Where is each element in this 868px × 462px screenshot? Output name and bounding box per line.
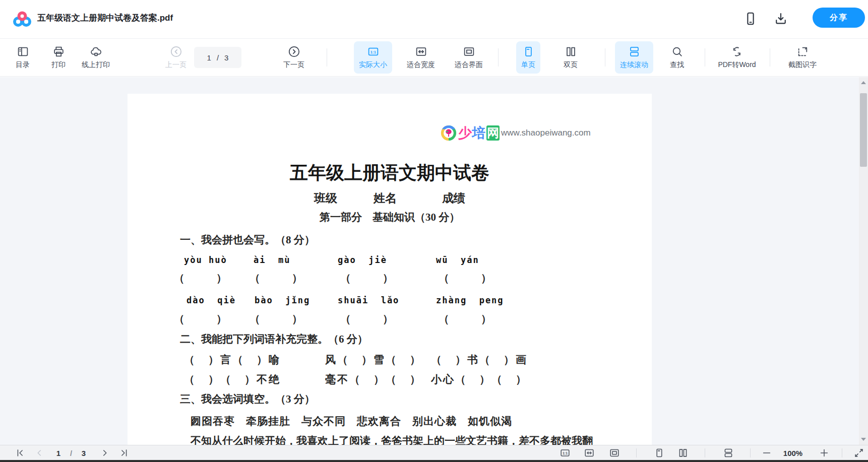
- toolbar-fit-width-button[interactable]: 适合宽度: [402, 41, 440, 74]
- answer-blank: （ ）: [340, 312, 393, 326]
- answer-blank: （ ）: [250, 271, 302, 285]
- q1-heading: 一、我会拼也会写。（8 分）: [180, 233, 315, 247]
- mobile-icon[interactable]: [743, 11, 758, 26]
- share-button[interactable]: 分享: [813, 8, 865, 28]
- toolbar-single-page-button[interactable]: 单页: [516, 41, 540, 74]
- statusbar-page-separator: /: [70, 448, 72, 457]
- answer-blank: （ ）: [250, 312, 302, 326]
- bottom-fit-page-button[interactable]: [609, 447, 620, 458]
- field-name: 姓名: [374, 190, 397, 206]
- toolbar-pdf-to-word-button[interactable]: PDF转Word: [713, 41, 761, 74]
- bottom-fit-width-button[interactable]: [584, 447, 595, 458]
- toolbar-screenshot-ocr-button[interactable]: 截图识字: [783, 41, 822, 74]
- catalog-icon: [17, 45, 29, 58]
- q3-heading: 三、我会选词填空。（3 分）: [180, 392, 315, 406]
- bottom-actual-size-button[interactable]: 1:1: [560, 447, 571, 458]
- toolbar-online-print-button[interactable]: 线上打印: [77, 41, 115, 74]
- statusbar-page-current: 1: [56, 448, 60, 457]
- prev-page-icon: [170, 45, 182, 58]
- last-page-button[interactable]: [118, 447, 130, 458]
- toolbar-next-page-button[interactable]: 下一页: [278, 41, 309, 74]
- toolbar-prev-page-button[interactable]: 上一页: [160, 41, 192, 74]
- status-bar: 1 / 3 1:1: [0, 445, 868, 460]
- fill-word: 毫不（ ）（ ）: [325, 372, 422, 386]
- fill-word: （ ）（ ）不绝: [184, 372, 281, 386]
- toolbar-actual-size-button[interactable]: 1:1 实际大小: [354, 41, 392, 74]
- plus-icon: [819, 447, 830, 458]
- cloud-print-icon: [90, 45, 102, 58]
- actual-size-icon: 1:1: [560, 447, 571, 458]
- exam-title: 五年级上册语文期中试卷: [128, 161, 652, 185]
- screenshot-ocr-icon: [796, 45, 809, 58]
- scroll-down-icon[interactable]: [861, 438, 866, 441]
- answer-blank: （ ）: [340, 271, 393, 285]
- document-viewport[interactable]: 少 培 网 www.shaopeiwang.com 五年级上册语文期中试卷 班级…: [0, 77, 868, 445]
- fill-word: 风（ ）雪（ ）: [325, 353, 422, 367]
- zoom-in-button[interactable]: [819, 447, 830, 458]
- app-window: 五年级语文上册期中试卷及答案.pdf 分享 目录 打印: [0, 0, 868, 462]
- shaopeiwang-logo-icon: [440, 124, 457, 142]
- window-bottom-edge: [0, 460, 868, 462]
- toolbar-continuous-scroll-button[interactable]: 连续滚动: [615, 41, 653, 74]
- next-page-icon: [288, 45, 300, 58]
- bottom-single-page-button[interactable]: [654, 447, 665, 458]
- toolbar-divider: [605, 48, 605, 67]
- brand-char: 培: [472, 124, 485, 142]
- fill-word: （ ）书（ ）画: [431, 353, 528, 367]
- brand-char: 网: [486, 125, 500, 141]
- download-icon[interactable]: [773, 11, 788, 26]
- search-icon: [671, 45, 684, 58]
- page-current: 1: [207, 53, 211, 62]
- toolbar-divider: [770, 48, 770, 67]
- double-page-icon: [677, 447, 689, 458]
- toolbar-divider: [498, 48, 499, 67]
- one-to-one-glyph: 1:1: [370, 50, 376, 54]
- fill-word: 小心（ ）（ ）: [431, 372, 528, 386]
- netdisk-logo-icon: [12, 9, 32, 29]
- pinyin: wū yán: [436, 255, 479, 265]
- toolbar-divider: [327, 48, 327, 67]
- part-heading: 第一部分 基础知识（30 分）: [128, 210, 652, 224]
- scroll-up-icon[interactable]: [861, 81, 866, 84]
- next-page-bottom-button[interactable]: [99, 447, 110, 458]
- chevron-left-icon: [34, 447, 45, 458]
- prev-page-bottom-button[interactable]: [34, 447, 45, 458]
- fit-page-icon: [463, 45, 475, 58]
- toolbar: 目录 打印 线上打印 上一页 1 / 3: [0, 38, 868, 77]
- exam-fields: 班级 姓名 成绩: [128, 190, 652, 206]
- vertical-scrollbar[interactable]: [859, 77, 868, 445]
- toolbar-find-button[interactable]: 查找: [665, 41, 689, 74]
- fit-page-icon: [609, 447, 620, 458]
- toolbar-double-page-button[interactable]: 双页: [559, 41, 583, 74]
- zoom-out-button[interactable]: [761, 447, 772, 458]
- answer-blank: （ ）: [174, 271, 227, 285]
- scrollbar-thumb[interactable]: [860, 93, 867, 167]
- header-bar: 五年级语文上册期中试卷及答案.pdf 分享: [0, 0, 868, 38]
- print-icon: [52, 45, 65, 58]
- one-to-one-glyph: 1:1: [563, 451, 568, 454]
- toolbar-page-indicator[interactable]: 1 / 3: [194, 47, 241, 68]
- zoom-level: 100%: [783, 448, 802, 457]
- pinyin: yòu huò: [184, 255, 227, 265]
- toolbar-catalog-button[interactable]: 目录: [11, 41, 35, 74]
- statusbar-divider: [750, 448, 751, 457]
- pdf-page: 少 培 网 www.shaopeiwang.com 五年级上册语文期中试卷 班级…: [128, 94, 652, 445]
- field-class: 班级: [314, 190, 337, 206]
- page-separator: /: [217, 53, 219, 62]
- bottom-double-page-button[interactable]: [677, 447, 689, 458]
- answer-blank: （ ）: [439, 271, 491, 285]
- pinyin: bào jǐng: [255, 295, 310, 305]
- double-page-icon: [565, 45, 577, 58]
- chevron-right-icon: [99, 447, 110, 458]
- first-page-button[interactable]: [15, 447, 26, 458]
- statusbar-page-total: 3: [82, 448, 86, 457]
- statusbar-divider: [705, 448, 705, 457]
- fullscreen-button[interactable]: [853, 447, 864, 458]
- first-page-icon: [15, 447, 26, 458]
- toolbar-fit-page-button[interactable]: 适合界面: [450, 41, 488, 74]
- single-page-icon: [654, 447, 665, 458]
- bottom-continuous-scroll-button[interactable]: [723, 447, 734, 458]
- fullscreen-icon: [853, 447, 864, 458]
- fit-width-icon: [584, 447, 595, 458]
- toolbar-print-button[interactable]: 打印: [46, 41, 71, 74]
